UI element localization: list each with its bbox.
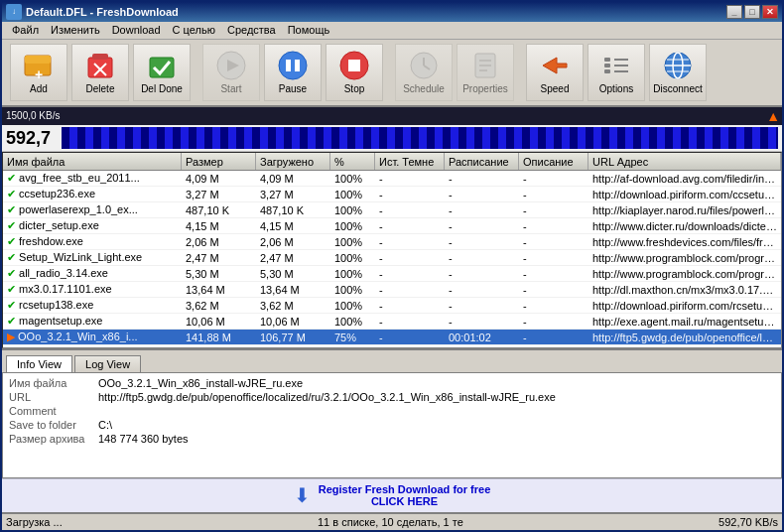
del-done-button[interactable]: Del Done: [133, 44, 191, 101]
tabs-row: Info View Log View: [2, 350, 782, 372]
tab-info-view[interactable]: Info View: [6, 355, 72, 372]
progress-area: 592,7: [2, 125, 782, 152]
svg-rect-3: [88, 58, 112, 77]
cell-source: -: [375, 189, 445, 200]
file-row[interactable]: ✔ rcsetup138.exe 3,62 M 3,62 M 100% - - …: [3, 298, 781, 314]
svg-rect-14: [348, 60, 360, 71]
options-button[interactable]: Options: [588, 44, 645, 101]
cell-url: http://dl.maxthon.cn/mx3/mx3.0.17.1101..…: [588, 284, 781, 296]
cell-source: -: [375, 204, 445, 216]
cell-size: 3,62 M: [182, 300, 256, 312]
info-value: 148 774 360 bytes: [98, 433, 189, 445]
svg-rect-23: [604, 58, 610, 62]
info-row: URL http://ftp5.gwdg.de/pub/openoffice/l…: [9, 391, 775, 403]
col-header-comment[interactable]: Описание: [519, 153, 588, 170]
cell-downloaded: 3,27 M: [256, 189, 330, 200]
cell-downloaded: 5,30 M: [256, 268, 330, 280]
cell-url: http://ftp5.gwdg.de/pub/openoffice/local…: [588, 332, 781, 343]
properties-icon: [469, 50, 501, 81]
delete-label: Delete: [86, 83, 115, 94]
cell-url: http://www.programblock.com/programs/S..…: [588, 252, 781, 264]
options-label: Options: [599, 83, 633, 94]
maximize-button[interactable]: □: [744, 5, 760, 19]
pause-button[interactable]: Pause: [264, 44, 322, 101]
cell-percent: 100%: [330, 268, 375, 280]
cell-comment: -: [519, 268, 588, 280]
info-label: Comment: [9, 405, 98, 417]
file-row[interactable]: ✔ Setup_WizLink_Light.exe 2,47 M 2,47 M …: [3, 250, 781, 266]
col-header-schedule[interactable]: Расписание: [445, 153, 519, 170]
start-label: Start: [220, 83, 241, 94]
cell-filename: ✔ avg_free_stb_eu_2011...: [3, 172, 182, 185]
col-header-downloaded[interactable]: Загружено: [256, 153, 330, 170]
minimize-button[interactable]: _: [726, 5, 742, 19]
cell-comment: -: [519, 204, 588, 216]
file-row[interactable]: ✔ ccsetup236.exe 3,27 M 3,27 M 100% - - …: [3, 187, 781, 202]
file-list-container: Имя файла Размер Загружено % Ист. Темне …: [2, 152, 782, 348]
info-label: Имя файла: [9, 377, 98, 389]
col-header-filename[interactable]: Имя файла: [3, 153, 182, 170]
cell-source: -: [375, 220, 445, 232]
close-button[interactable]: ✕: [762, 5, 778, 19]
col-header-source[interactable]: Ист. Темне: [375, 153, 445, 170]
col-header-percent[interactable]: %: [330, 153, 375, 170]
cell-url: http://download.piriform.com/rcsetup138.…: [588, 300, 781, 312]
cell-percent: 100%: [330, 300, 375, 312]
file-row[interactable]: ✔ magentsetup.exe 10,06 M 10,06 M 100% -…: [3, 314, 781, 330]
file-row[interactable]: ▶ OOo_3.2.1_Win_x86_i... 141,88 M 106,77…: [3, 330, 781, 345]
cell-comment: -: [519, 300, 588, 312]
speed-bar: 1500,0 KB/s ▲: [2, 107, 782, 125]
status-speed: 592,70 KB/s: [719, 516, 778, 528]
add-button[interactable]: + Add: [10, 44, 67, 101]
speed-button[interactable]: Speed: [526, 44, 584, 101]
properties-button[interactable]: Properties: [457, 44, 514, 101]
start-button[interactable]: Start: [202, 44, 260, 101]
status-count: 11 в списке, 10 сделать, 1 те: [318, 516, 463, 528]
status-bar: Загрузка ... 11 в списке, 10 сделать, 1 …: [2, 512, 782, 530]
cell-comment: -: [519, 284, 588, 296]
cell-percent: 75%: [330, 332, 375, 343]
cell-filename: ▶ OOo_3.2.1_Win_x86_i...: [3, 331, 182, 343]
stop-button[interactable]: Stop: [326, 44, 383, 101]
col-header-size[interactable]: Размер: [182, 153, 256, 170]
disconnect-button[interactable]: Disconnect: [649, 44, 707, 101]
file-row[interactable]: ✔ powerlaserexp_1.0_ex... 487,10 K 487,1…: [3, 202, 781, 218]
pause-icon: [277, 50, 309, 81]
cell-schedule: -: [445, 236, 519, 248]
menu-tools[interactable]: Средства: [221, 22, 282, 38]
pause-label: Pause: [279, 83, 307, 94]
file-row[interactable]: ✔ freshdow.exe 2,06 M 2,06 M 100% - - - …: [3, 234, 781, 250]
menu-edit[interactable]: Изменить: [45, 22, 106, 38]
menu-goal[interactable]: С целью: [167, 22, 221, 38]
register-line1: Register Fresh Download for free: [319, 483, 491, 495]
schedule-icon: [408, 50, 440, 81]
col-header-url[interactable]: URL Адрес: [588, 153, 781, 170]
file-row[interactable]: ✔ avg_free_stb_eu_2011... 4,09 M 4,09 M …: [3, 171, 781, 187]
delete-button[interactable]: Delete: [71, 44, 129, 101]
file-row[interactable]: ✔ all_radio_3.14.exe 5,30 M 5,30 M 100% …: [3, 266, 781, 282]
register-banner[interactable]: ⬇ Register Fresh Download for free CLICK…: [2, 478, 782, 512]
cell-comment: -: [519, 236, 588, 248]
del-done-label: Del Done: [141, 83, 183, 94]
svg-rect-7: [150, 58, 174, 77]
cell-size: 13,64 M: [182, 284, 256, 296]
tab-log-view[interactable]: Log View: [74, 355, 141, 372]
cell-url: http://download.piriform.com/ccsetup236.…: [588, 189, 781, 200]
menu-download[interactable]: Download: [106, 22, 167, 38]
schedule-button[interactable]: Schedule: [395, 44, 453, 101]
cell-size: 4,15 M: [182, 220, 256, 232]
window-controls: _ □ ✕: [726, 5, 778, 19]
cell-filename: ✔ magentsetup.exe: [3, 315, 182, 328]
cell-downloaded: 13,64 M: [256, 284, 330, 296]
file-row[interactable]: ✔ mx3.0.17.1101.exe 13,64 M 13,64 M 100%…: [3, 282, 781, 298]
cell-comment: -: [519, 252, 588, 264]
file-list-header: Имя файла Размер Загружено % Ист. Темне …: [3, 153, 781, 171]
cell-schedule: -: [445, 268, 519, 280]
menu-file[interactable]: Файл: [6, 22, 45, 38]
cell-size: 487,10 K: [182, 204, 256, 216]
progress-bar: [62, 127, 778, 149]
cell-filename: ✔ dicter_setup.exe: [3, 219, 182, 232]
menu-help[interactable]: Помощь: [282, 22, 336, 38]
cell-url: http://www.dicter.ru/downloads/dicter_se…: [588, 220, 781, 232]
file-row[interactable]: ✔ dicter_setup.exe 4,15 M 4,15 M 100% - …: [3, 218, 781, 234]
